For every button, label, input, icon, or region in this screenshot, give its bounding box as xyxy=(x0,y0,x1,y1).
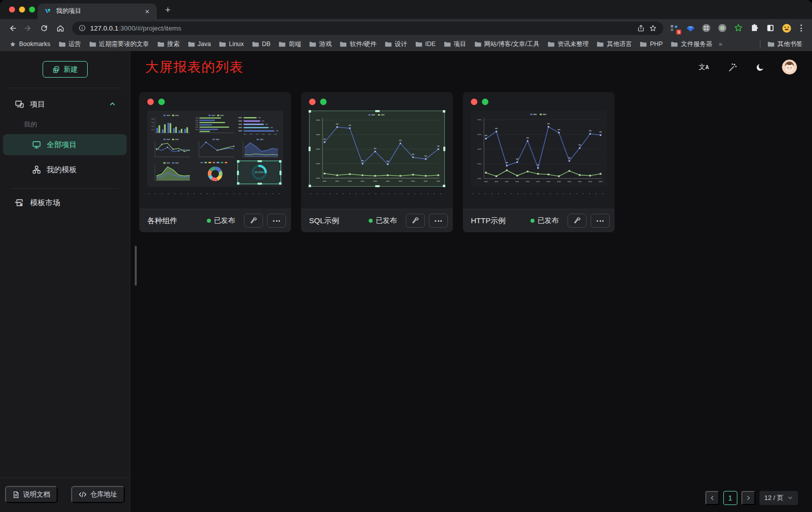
selection-handle[interactable] xyxy=(237,160,239,163)
extension-grid-diamond-icon[interactable]: 9 xyxy=(669,23,679,33)
bookmark-folder[interactable]: 项目 xyxy=(440,40,470,49)
bookmark-folder[interactable]: Linux xyxy=(215,41,247,48)
edit-project-button[interactable] xyxy=(406,214,425,228)
sidebar-group-project[interactable]: 项目 xyxy=(3,94,127,114)
selection-handle[interactable] xyxy=(443,185,445,187)
repo-button[interactable]: 仓库地址 xyxy=(71,486,125,503)
more-options-button[interactable] xyxy=(267,214,286,228)
folder-icon xyxy=(89,41,96,47)
selection-handle[interactable] xyxy=(443,110,445,113)
bookmark-folder[interactable]: DB xyxy=(248,41,274,48)
folder-icon xyxy=(767,41,774,47)
current-page-button[interactable]: 1 xyxy=(723,491,737,505)
more-options-button[interactable] xyxy=(429,214,448,228)
extension-command-icon[interactable] xyxy=(701,23,711,33)
status-dot xyxy=(207,219,211,223)
browser-tab[interactable]: 我的项目 × xyxy=(38,4,157,19)
other-bookmarks[interactable]: 其他书签 xyxy=(760,40,806,49)
sidebar-item-all-projects[interactable]: 全部项目 xyxy=(3,134,127,155)
project-card[interactable]: HTTP示例 已发布 xyxy=(463,92,615,232)
extension-circle-dot-icon[interactable] xyxy=(717,23,727,33)
create-project-button[interactable]: 新建 xyxy=(43,61,88,78)
browser-menu-icon[interactable] xyxy=(797,25,805,32)
scrollbar-thumb[interactable] xyxy=(135,246,137,286)
browser-window: 我的项目 × + 127.0.0.1:3000/#/project/items xyxy=(0,0,812,512)
new-tab-button[interactable]: + xyxy=(161,3,175,17)
dark-mode-moon-icon[interactable] xyxy=(754,61,766,73)
edit-project-button[interactable] xyxy=(244,214,263,228)
prev-page-button[interactable] xyxy=(705,491,719,505)
bookmark-folder[interactable]: 近期需要读的文章 xyxy=(86,40,153,49)
bookmark-folder[interactable]: 前端 xyxy=(275,40,305,49)
bookmark-item[interactable]: Bookmarks xyxy=(6,41,54,48)
sidebar-item-template-market[interactable]: 模板市场 xyxy=(3,193,127,213)
project-preview[interactable] xyxy=(309,111,445,187)
selection-handle[interactable] xyxy=(375,185,380,187)
home-icon[interactable] xyxy=(53,21,67,35)
bookmark-folder[interactable]: 资讯未整理 xyxy=(544,40,593,49)
extension-green-star-icon[interactable] xyxy=(733,23,743,33)
project-card[interactable]: SQL示例 已发布 xyxy=(301,92,453,232)
minimize-window-button[interactable] xyxy=(19,7,25,13)
bookmark-folder[interactable]: 设计 xyxy=(381,40,411,49)
green-dot xyxy=(158,99,165,105)
selection-handle[interactable] xyxy=(257,160,262,162)
close-window-button[interactable] xyxy=(9,7,15,13)
bookmark-folder[interactable]: 文件服务器 xyxy=(667,40,716,49)
selection-handle[interactable] xyxy=(237,182,239,185)
selection-handle[interactable] xyxy=(279,182,282,185)
reload-icon[interactable] xyxy=(37,21,51,35)
share-icon[interactable] xyxy=(637,25,645,32)
magic-wand-icon[interactable] xyxy=(726,61,738,73)
folder-icon xyxy=(671,41,678,47)
selection-handle[interactable] xyxy=(237,171,239,175)
next-page-button[interactable] xyxy=(741,491,755,505)
bookmark-folder[interactable]: PHP xyxy=(636,41,666,48)
project-preview[interactable] xyxy=(471,111,607,187)
tab-close-icon[interactable]: × xyxy=(143,7,152,16)
user-avatar[interactable] xyxy=(782,60,797,75)
bookmark-folder[interactable]: IDE xyxy=(412,41,439,48)
language-icon[interactable]: 文A xyxy=(698,61,710,73)
chevron-down-icon xyxy=(787,494,793,502)
selection-handle[interactable] xyxy=(257,183,262,185)
bookmark-folder[interactable]: Java xyxy=(184,41,214,48)
bookmark-folder[interactable]: 其他语言 xyxy=(593,40,635,49)
selection-handle[interactable] xyxy=(443,147,445,151)
address-bar[interactable]: 127.0.0.1:3000/#/project/items xyxy=(72,22,663,35)
site-info-icon[interactable] xyxy=(79,25,86,32)
selection-handle[interactable] xyxy=(309,185,311,187)
docs-button[interactable]: 说明文档 xyxy=(5,486,58,503)
bookmark-folder[interactable]: 软件/硬件 xyxy=(336,40,380,49)
mini-hbar-chart xyxy=(193,113,237,137)
selection-handle[interactable] xyxy=(309,147,311,151)
bookmark-folder[interactable]: 运营 xyxy=(55,40,85,49)
edit-project-button[interactable] xyxy=(568,214,587,228)
selection-handle[interactable] xyxy=(280,171,282,175)
mini-progress-ring-selected[interactable]: 25.00% xyxy=(237,161,281,184)
extension-gem-icon[interactable] xyxy=(685,23,695,33)
chevron-up-icon[interactable] xyxy=(109,100,116,109)
page-size-select[interactable]: 12 / 页 xyxy=(759,491,798,505)
project-preview[interactable]: 25.00% xyxy=(147,111,283,187)
selection-handle[interactable] xyxy=(279,160,282,163)
extensions-puzzle-icon[interactable] xyxy=(749,23,759,33)
project-card[interactable]: 25.00% 各种组件 已发布 xyxy=(139,92,291,232)
bookmarks-overflow-chevron[interactable]: » xyxy=(717,41,724,48)
sidebar-item-my-templates[interactable]: 我的模板 xyxy=(3,159,127,180)
selection-handle[interactable] xyxy=(375,110,380,112)
more-options-button[interactable] xyxy=(591,214,610,228)
forward-icon[interactable] xyxy=(21,21,35,35)
folder-icon xyxy=(279,41,286,47)
back-icon[interactable] xyxy=(5,21,19,35)
screens-icon xyxy=(15,100,24,109)
selection-handle[interactable] xyxy=(309,110,311,113)
progress-value: 25.00% xyxy=(254,171,264,174)
extension-dark-square-icon[interactable] xyxy=(765,23,775,33)
maximize-window-button[interactable] xyxy=(29,7,35,13)
bookmark-star-icon[interactable] xyxy=(649,25,657,32)
bookmark-folder[interactable]: 搜索 xyxy=(154,40,183,49)
extension-emoji-icon[interactable] xyxy=(781,23,791,33)
bookmark-folder[interactable]: 网站/博客/文章/工具 xyxy=(471,40,543,49)
bookmark-folder[interactable]: 游戏 xyxy=(306,40,335,49)
